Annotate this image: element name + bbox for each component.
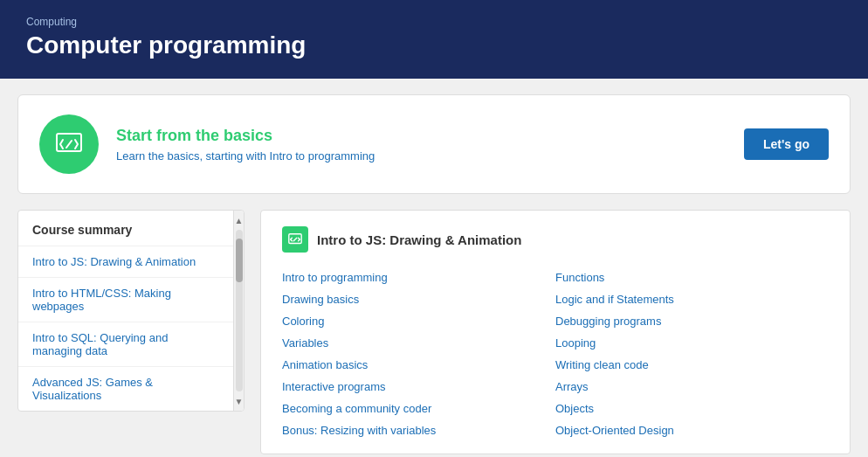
- sidebar-item-1[interactable]: Intro to HTML/CSS: Making webpages: [18, 277, 233, 322]
- banner-text: Start from the basics Learn the basics, …: [116, 127, 727, 163]
- svg-line-1: [66, 141, 72, 148]
- course-link-r5[interactable]: Arrays: [555, 376, 829, 398]
- banner-description: Learn the basics, starting with Intro to…: [116, 149, 727, 163]
- banner-heading: Start from the basics: [116, 127, 727, 145]
- sidebar-item-2[interactable]: Intro to SQL: Querying and managing data: [18, 322, 233, 366]
- course-link-r6[interactable]: Objects: [555, 398, 829, 419]
- course-links-right: Functions Logic and if Statements Debugg…: [555, 267, 829, 441]
- course-link-3[interactable]: Variables: [282, 332, 555, 354]
- sidebar: Course summary Intro to JS: Drawing & An…: [17, 210, 245, 412]
- scroll-up-arrow[interactable]: ▲: [234, 212, 244, 228]
- sidebar-title: Course summary: [18, 211, 233, 246]
- course-link-7[interactable]: Bonus: Resizing with variables: [282, 419, 555, 441]
- course-link-5[interactable]: Interactive programs: [282, 376, 555, 398]
- code-icon: [53, 128, 85, 160]
- course-link-r4[interactable]: Writing clean code: [555, 354, 829, 376]
- course-code-icon: [287, 232, 303, 247]
- course-link-2[interactable]: Coloring: [282, 310, 555, 332]
- course-link-r7[interactable]: Object-Oriented Design: [555, 419, 829, 441]
- sidebar-item-3[interactable]: Advanced JS: Games & Visualizations: [18, 366, 233, 411]
- course-link-r1[interactable]: Logic and if Statements: [555, 288, 829, 310]
- course-link-r2[interactable]: Debugging programs: [555, 310, 829, 332]
- course-links-left: Intro to programming Drawing basics Colo…: [282, 267, 555, 441]
- course-link-1[interactable]: Drawing basics: [282, 288, 555, 310]
- course-link-6[interactable]: Becoming a community coder: [282, 398, 555, 419]
- header-subtitle: Computing: [26, 16, 842, 28]
- scroll-down-arrow[interactable]: ▼: [234, 393, 244, 409]
- course-link-4[interactable]: Animation basics: [282, 354, 555, 376]
- header: Computing Computer programming: [0, 0, 868, 79]
- page-title: Computer programming: [26, 31, 842, 59]
- svg-line-3: [293, 238, 297, 241]
- banner-icon: [39, 114, 99, 174]
- sidebar-item-0[interactable]: Intro to JS: Drawing & Animation: [18, 246, 233, 277]
- course-link-r0[interactable]: Functions: [555, 267, 829, 288]
- course-section: Intro to JS: Drawing & Animation Intro t…: [260, 210, 851, 454]
- course-link-0[interactable]: Intro to programming: [282, 267, 555, 288]
- sidebar-inner: Course summary Intro to JS: Drawing & An…: [18, 211, 233, 411]
- scroll-track: [236, 230, 243, 391]
- course-title: Intro to JS: Drawing & Animation: [317, 232, 521, 247]
- course-section-header: Intro to JS: Drawing & Animation: [282, 226, 829, 253]
- sidebar-list: Intro to JS: Drawing & Animation Intro t…: [18, 246, 233, 411]
- course-link-r3[interactable]: Looping: [555, 332, 829, 354]
- course-icon: [282, 226, 308, 253]
- course-links: Intro to programming Drawing basics Colo…: [282, 267, 829, 441]
- banner-link[interactable]: Intro to programming: [270, 149, 375, 163]
- lets-go-button[interactable]: Let's go: [744, 128, 829, 160]
- banner: Start from the basics Learn the basics, …: [17, 94, 851, 194]
- main-content: Course summary Intro to JS: Drawing & An…: [17, 210, 851, 454]
- scroll-thumb[interactable]: [236, 239, 243, 282]
- sidebar-scrollbar[interactable]: ▲ ▼: [233, 211, 244, 411]
